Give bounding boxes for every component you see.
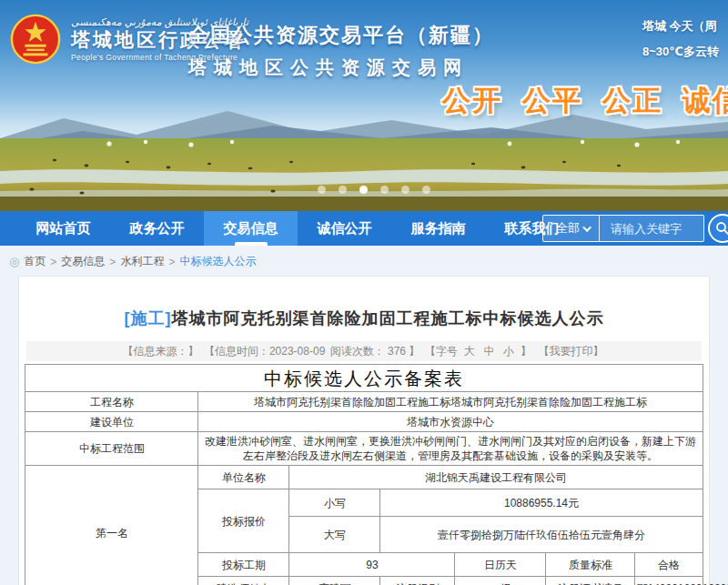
fontsize-large-button[interactable]: 大 <box>464 345 475 358</box>
search-button[interactable] <box>708 214 728 243</box>
carousel-dot[interactable] <box>401 186 410 194</box>
value-quality: 合格 <box>635 553 703 577</box>
breadcrumb-current[interactable]: 中标候选人公示 <box>179 254 256 269</box>
meta-fontsize-close: 】 <box>521 345 531 358</box>
print-button[interactable]: 【我要打印】 <box>538 345 603 358</box>
breadcrumb-water-projects[interactable]: 水利工程 <box>120 254 164 269</box>
article-meta-bar: 【信息来源：】 【信息时间：2023-08-09 阅读次数： 376 】 【字号… <box>26 341 702 361</box>
breadcrumb-home[interactable]: 首页 <box>24 254 46 269</box>
label-builder-name: 建造师姓名 <box>198 577 289 585</box>
row-value-scope: 改建泄洪冲砂闸室、进水闸闸室，更换泄洪冲砂闸闸门、进水闸闸门及其对应的启闭设备，… <box>198 432 703 466</box>
weather-location: 塔城 今天（周 <box>642 18 719 35</box>
nav-tab-gov-info[interactable]: 政务公开 <box>110 211 204 246</box>
bid-record-table: 中标候选人公示备案表 工程名称 塔城市阿克托别渠首除险加固工程施工标塔城市阿克托… <box>25 364 703 585</box>
value-duration: 93 <box>289 553 455 577</box>
carousel-dot[interactable] <box>318 186 326 194</box>
row-label-scope: 中标工程范围 <box>25 432 198 466</box>
value-cert-number: 鄂142201620162233 <box>635 577 703 585</box>
row-value-project-name: 塔城市阿克托别渠首除险加固工程施工标塔城市阿克托别渠首除险加固工程施工标 <box>198 392 703 412</box>
label-duration: 投标工期 <box>198 553 289 577</box>
slogan-word: 公开 <box>442 82 502 120</box>
meta-time: 【信息时间：2023-08-09 <box>204 345 325 358</box>
value-reg-level: 一级 <box>455 577 546 585</box>
row-label-owner: 建设单位 <box>25 412 198 432</box>
search-input[interactable] <box>600 222 703 236</box>
table-caption: 中标候选人公示备案表 <box>25 365 703 392</box>
label-unit-name: 单位名称 <box>198 466 289 489</box>
label-quality: 质量标准 <box>546 553 635 577</box>
row-label-project-name: 工程名称 <box>25 392 198 412</box>
label-bid-price: 投标报价 <box>198 489 289 553</box>
meta-fontsize-label: 【字号 <box>425 345 458 358</box>
nav-tab-trade-info[interactable]: 交易信息 <box>204 211 298 246</box>
breadcrumb-trade-info[interactable]: 交易信息 <box>61 254 105 269</box>
meta-views: 阅读次数： 376 】 <box>330 345 420 358</box>
breadcrumb: ◎ 首页> 交易信息> 水利工程> 中标候选人公示 <box>0 246 728 276</box>
site-title: 塔城地区公共资源交易网 <box>188 55 494 80</box>
carousel-dot[interactable] <box>380 186 389 194</box>
meta-source: 【信息来源：】 <box>123 345 199 358</box>
row-value-owner: 塔城市水资源中心 <box>198 412 703 432</box>
carousel-dots <box>318 186 430 194</box>
article-category-tag: [施工] <box>125 309 172 328</box>
weather-temp: 8~30℃多云转 <box>642 44 719 60</box>
search-box: 全部 <box>542 215 704 242</box>
nav-tab-home[interactable]: 网站首页 <box>16 211 110 246</box>
banner-slogan: 公开 公平 公正 诚信 <box>442 82 728 120</box>
main-nav: 网站首页 政务公开 交易信息 诚信公开 服务指南 联系我们 全部 <box>0 211 728 246</box>
content-panel: [施工]塔城市阿克托别渠首除险加固工程施工标中标候选人公示 【信息来源：】 【信… <box>18 276 710 585</box>
article-title: [施工]塔城市阿克托别渠首除险加固工程施工标中标候选人公示 <box>19 308 709 329</box>
search-category-select[interactable]: 全部 <box>543 220 585 237</box>
label-duration-unit: 日历天 <box>455 553 546 577</box>
value-builder-name: 宋建军 <box>289 577 380 585</box>
slogan-word: 公正 <box>602 82 662 120</box>
value-unit-name: 湖北锦天禹建设工程有限公司 <box>289 466 703 489</box>
carousel-dot[interactable] <box>422 186 430 194</box>
label-price-words: 大写 <box>289 517 380 553</box>
fontsize-medium-button[interactable]: 中 <box>483 345 494 358</box>
national-emblem-icon <box>9 13 62 66</box>
location-icon: ◎ <box>9 255 19 268</box>
slogan-word: 诚信 <box>682 82 728 120</box>
fontsize-small-button[interactable]: 小 <box>503 345 514 358</box>
nav-tab-service-guide[interactable]: 服务指南 <box>391 211 485 246</box>
label-price-numeric: 小写 <box>289 489 380 517</box>
search-icon <box>715 221 728 236</box>
label-cert-number: 注册证书编号 <box>546 577 635 585</box>
value-price-numeric: 10886955.14元 <box>380 489 703 517</box>
weather-widget: 塔城 今天（周 8~30℃多云转 <box>642 18 719 60</box>
candidate-rank: 第一名 <box>25 466 198 585</box>
slogan-word: 公平 <box>522 82 582 120</box>
platform-title: 全国公共资源交易平台（新疆） <box>188 22 494 49</box>
value-price-words: 壹仟零捌拾捌万陆仟玖佰伍拾伍元壹角肆分 <box>380 517 703 553</box>
carousel-dot[interactable] <box>339 186 347 194</box>
nav-tab-credit[interactable]: 诚信公开 <box>298 211 391 246</box>
carousel-dot-active[interactable] <box>359 186 368 194</box>
site-banner: 公开 公平 公正 诚信 تارباغاتاي ئوبلاستلىق مەمۇرى… <box>0 0 728 211</box>
label-reg-level: 注册级别 <box>380 577 455 585</box>
